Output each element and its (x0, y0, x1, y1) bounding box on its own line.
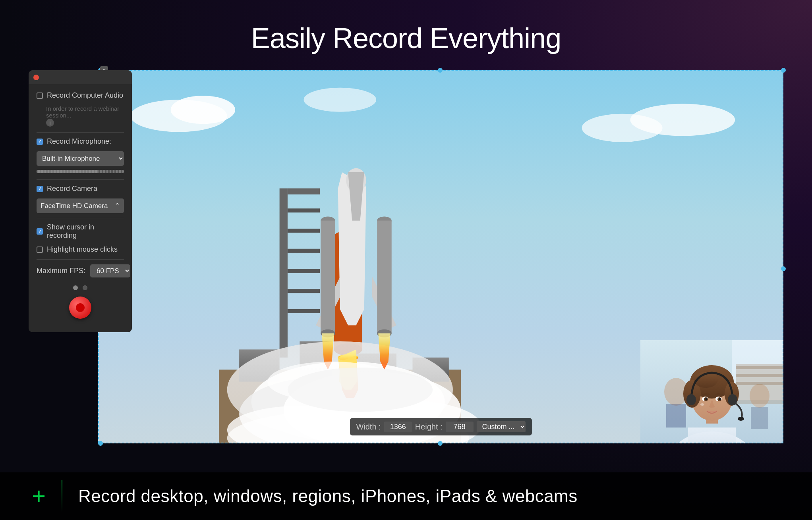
width-input[interactable] (384, 422, 412, 432)
handle-top-right[interactable] (781, 68, 786, 73)
svg-point-5 (304, 88, 377, 112)
svg-point-46 (288, 368, 433, 412)
record-camera-row: Record Camera (37, 185, 124, 193)
svg-rect-58 (688, 428, 736, 443)
pagination (37, 285, 124, 290)
control-panel: Record Computer Audio In order to record… (29, 70, 132, 332)
dimension-bar: Width : Height : Custom ... (350, 418, 532, 435)
bottom-bar-text: Record desktop, windows, regions, iPhone… (78, 486, 578, 506)
svg-point-74 (700, 403, 704, 406)
vertical-line (62, 480, 62, 512)
svg-point-70 (719, 398, 721, 400)
recording-preview: Width : Height : Custom ... (98, 70, 783, 443)
height-label: Height : (415, 422, 443, 431)
highlight-clicks-label: Highlight mouse clicks (47, 245, 118, 254)
record-computer-audio-label: Record Computer Audio (47, 91, 123, 100)
mic-level-bar (37, 170, 124, 173)
handle-bottom-left[interactable] (98, 441, 103, 446)
svg-rect-55 (736, 374, 783, 377)
svg-point-71 (686, 394, 696, 405)
highlight-clicks-row: Highlight mouse clicks (37, 245, 124, 254)
svg-rect-18 (288, 309, 320, 313)
svg-rect-28 (321, 221, 335, 333)
webcam-overlay (640, 340, 783, 443)
record-button-inner (76, 303, 85, 312)
camera-chevron-icon: ⌃ (114, 202, 120, 210)
show-cursor-row: Show cursor in recording (37, 223, 124, 240)
dot-2[interactable] (83, 285, 87, 290)
custom-dropdown[interactable]: Custom ... (477, 421, 526, 432)
divider-3 (37, 218, 124, 218)
svg-rect-56 (736, 382, 783, 385)
divider-1 (37, 132, 124, 133)
bottom-bar: + Record desktop, windows, regions, iPho… (0, 472, 812, 520)
width-label: Width : (356, 422, 381, 431)
fps-row: Maximum FPS: 60 FPS 30 FPS 24 FPS (37, 264, 124, 277)
svg-point-2 (171, 96, 235, 124)
svg-point-73 (738, 417, 744, 421)
svg-rect-13 (288, 208, 320, 212)
highlight-clicks-checkbox[interactable] (37, 247, 43, 253)
record-button[interactable] (69, 297, 91, 319)
camera-select-value: FaceTime HD Camera (41, 202, 108, 210)
handle-top-center[interactable] (438, 68, 443, 73)
webinar-note-text: In order to record a webinar session... (46, 105, 119, 119)
svg-rect-50 (666, 404, 686, 428)
panel-titlebar (29, 70, 132, 84)
record-camera-label: Record Camera (47, 185, 97, 193)
svg-rect-12 (288, 189, 320, 195)
divider-2 (37, 179, 124, 180)
fps-select[interactable]: 60 FPS 30 FPS 24 FPS (90, 264, 130, 277)
svg-rect-14 (288, 229, 320, 233)
record-microphone-label: Record Microphone: (47, 137, 111, 146)
traffic-light-close[interactable] (33, 75, 39, 80)
info-icon[interactable]: i (46, 119, 54, 127)
svg-rect-15 (288, 249, 320, 253)
svg-rect-11 (280, 189, 288, 358)
show-cursor-checkbox[interactable] (37, 228, 43, 235)
record-microphone-row: Record Microphone: (37, 137, 124, 146)
microphone-select[interactable]: Built-in Microphone (37, 151, 124, 166)
content-area: ✕ (29, 70, 783, 467)
divider-4 (37, 259, 124, 260)
height-input[interactable] (446, 422, 474, 432)
show-cursor-label: Show cursor in recording (47, 223, 124, 240)
svg-rect-16 (288, 269, 320, 273)
svg-rect-52 (751, 407, 768, 429)
webinar-note: In order to record a webinar session... … (46, 105, 124, 127)
record-microphone-checkbox[interactable] (37, 139, 43, 145)
svg-rect-54 (736, 366, 783, 369)
svg-rect-31 (377, 221, 392, 333)
panel-body: Record Computer Audio In order to record… (29, 84, 132, 326)
handle-bottom-center[interactable] (438, 441, 443, 446)
svg-rect-17 (288, 289, 320, 293)
svg-point-69 (706, 398, 708, 400)
camera-select[interactable]: FaceTime HD Camera ⌃ (37, 198, 124, 213)
record-computer-audio-checkbox[interactable] (37, 92, 43, 99)
handle-mid-right[interactable] (781, 266, 786, 271)
page-title: Easily Record Everything (0, 0, 812, 70)
fps-label: Maximum FPS: (37, 267, 85, 275)
record-camera-checkbox[interactable] (37, 186, 43, 192)
svg-point-4 (630, 104, 735, 136)
dot-1[interactable] (73, 285, 78, 290)
plus-icon: + (32, 484, 46, 508)
record-computer-audio-row: Record Computer Audio (37, 91, 124, 100)
